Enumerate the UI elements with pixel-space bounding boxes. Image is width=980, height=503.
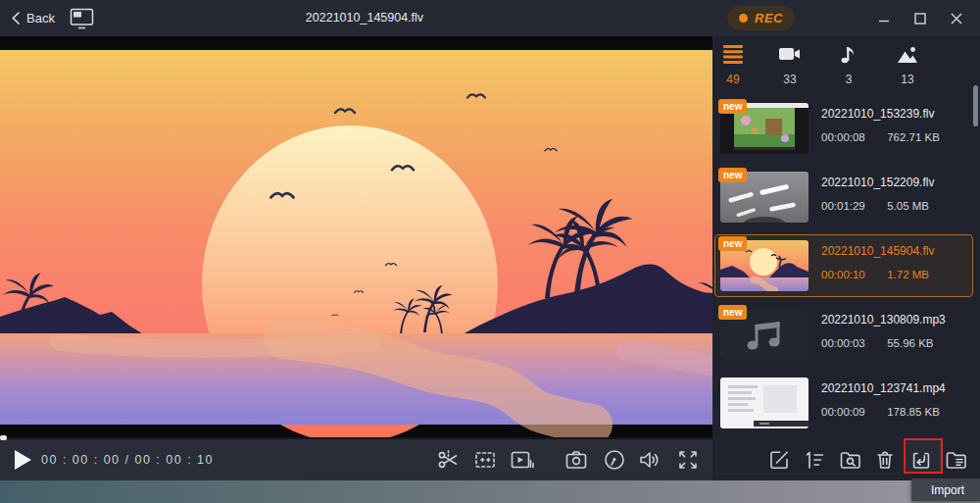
- back-button[interactable]: Back: [12, 0, 55, 36]
- window-controls: [865, 0, 974, 36]
- file-meta: 00:00:03 55.96 KB: [821, 337, 934, 349]
- file-size: 5.05 MB: [887, 200, 929, 212]
- playback-control-bar: 00 : 00 : 00 / 00 : 00 : 10: [0, 439, 712, 480]
- screenshot-button[interactable]: [564, 448, 588, 472]
- new-badge: new: [718, 168, 747, 182]
- tab-all-count: 49: [714, 73, 752, 86]
- file-meta: 00:00:10 1.72 MB: [821, 269, 929, 280]
- file-library-panel: 49 33 3 13 new: [712, 36, 980, 480]
- file-meta: 00:01:29 5.05 MB: [821, 200, 929, 212]
- file-size: 762.71 KB: [887, 131, 940, 143]
- tab-videos[interactable]: 33: [771, 44, 808, 86]
- rec-indicator[interactable]: REC: [727, 6, 795, 30]
- minimize-icon: [878, 13, 890, 25]
- back-label: Back: [26, 11, 55, 25]
- video-thumbnail: [720, 377, 808, 428]
- close-button[interactable]: [938, 0, 974, 36]
- volume-button[interactable]: [638, 448, 662, 472]
- edit-pencil-icon: [768, 449, 790, 471]
- open-folder-button[interactable]: [943, 447, 968, 473]
- time-display: 00 : 00 : 00 / 00 : 00 : 10: [41, 439, 214, 480]
- file-duration: 00:00:03: [821, 337, 884, 349]
- speed-gauge-icon: [603, 448, 626, 472]
- file-row[interactable]: 20221010_123741.mp4 00:00:09 178.85 KB: [715, 373, 972, 433]
- play-icon: [12, 449, 33, 471]
- rec-label: REC: [755, 11, 783, 25]
- speaker-icon: [638, 448, 662, 472]
- tab-audio[interactable]: 3: [830, 44, 867, 86]
- import-tooltip: Import: [911, 478, 980, 501]
- file-name: 20221010_153239.flv: [821, 107, 934, 121]
- file-size: 55.96 KB: [887, 337, 933, 349]
- scrollbar-thumb[interactable]: [973, 85, 978, 126]
- advanced-edit-button[interactable]: [511, 448, 534, 472]
- file-row[interactable]: new 20221010_153239.flv 00:00:08 762.71 …: [715, 98, 972, 159]
- trim-button[interactable]: [437, 448, 461, 472]
- tab-videos-count: 33: [771, 73, 808, 86]
- progress-handle[interactable]: [0, 435, 7, 440]
- new-badge: new: [718, 236, 747, 251]
- search-folder-icon: [839, 449, 861, 471]
- rename-button[interactable]: [766, 447, 792, 473]
- chevron-left-icon: [12, 12, 20, 25]
- video-camera-icon: [778, 44, 802, 64]
- minimize-button[interactable]: [865, 0, 902, 36]
- edit-video-icon: [510, 448, 535, 472]
- new-badge: new: [718, 305, 747, 320]
- file-name: 20221010_145904.flv: [821, 244, 934, 258]
- speed-button[interactable]: [603, 448, 626, 472]
- tab-images[interactable]: 13: [889, 44, 926, 86]
- tab-images-count: 13: [889, 73, 926, 86]
- scissors-icon: [437, 448, 461, 472]
- new-badge: new: [718, 99, 747, 114]
- list-icon: [722, 44, 744, 64]
- tab-all-files[interactable]: 49: [714, 44, 752, 86]
- rec-dot-icon: [739, 14, 748, 23]
- app-window: Back 20221010_145904.flv REC: [0, 0, 980, 503]
- sunset-video-frame: [0, 50, 712, 425]
- camera-icon: [564, 448, 588, 472]
- crop-frame-icon: [473, 448, 497, 472]
- crop-button[interactable]: [473, 448, 497, 472]
- file-duration: 00:00:08: [821, 131, 884, 143]
- display-select-button[interactable]: [69, 7, 94, 29]
- delete-button[interactable]: [872, 447, 898, 473]
- image-icon: [897, 44, 918, 64]
- file-size: 1.72 MB: [887, 269, 929, 280]
- file-row[interactable]: new 20221010_152209.flv 00:01:29 5.05 MB: [715, 167, 972, 227]
- fullscreen-button[interactable]: [676, 448, 700, 472]
- file-meta: 00:00:08 762.71 KB: [821, 131, 940, 143]
- search-file-button[interactable]: [837, 447, 862, 473]
- file-row[interactable]: new 20221010_130809.mp3 00:00:03 55.96 K…: [715, 304, 972, 365]
- file-list-folder-icon: [945, 449, 967, 471]
- trash-icon: [874, 449, 896, 471]
- file-duration: 00:01:29: [821, 200, 884, 212]
- file-row-selected[interactable]: new: [714, 234, 973, 297]
- file-size: 178.85 KB: [887, 406, 940, 418]
- sort-icon: [804, 449, 825, 471]
- file-name: 20221010_123741.mp4: [821, 381, 946, 395]
- file-duration: 00:00:10: [821, 269, 884, 280]
- maximize-button[interactable]: [902, 0, 938, 36]
- music-note-icon: [839, 44, 858, 64]
- file-duration: 00:00:09: [821, 406, 884, 418]
- desktop-wallpaper: [0, 480, 980, 503]
- video-player: 00 : 00 : 00 / 00 : 00 : 10: [0, 36, 712, 480]
- file-name: 20221010_130809.mp3: [821, 313, 946, 327]
- monitor-icon: [70, 8, 94, 29]
- file-meta: 00:00:09 178.85 KB: [821, 406, 940, 418]
- maximize-icon: [914, 13, 926, 25]
- play-button[interactable]: [12, 449, 33, 471]
- window-title: 20221010_145904.flv: [242, 0, 487, 36]
- tab-audio-count: 3: [830, 73, 867, 86]
- fullscreen-icon: [676, 448, 700, 472]
- close-icon: [951, 13, 962, 25]
- file-name: 20221010_152209.flv: [821, 176, 934, 189]
- title-bar: Back 20221010_145904.flv REC: [0, 0, 980, 36]
- sort-button[interactable]: [802, 447, 827, 473]
- import-highlight-box: [904, 438, 943, 474]
- video-canvas[interactable]: [0, 50, 712, 425]
